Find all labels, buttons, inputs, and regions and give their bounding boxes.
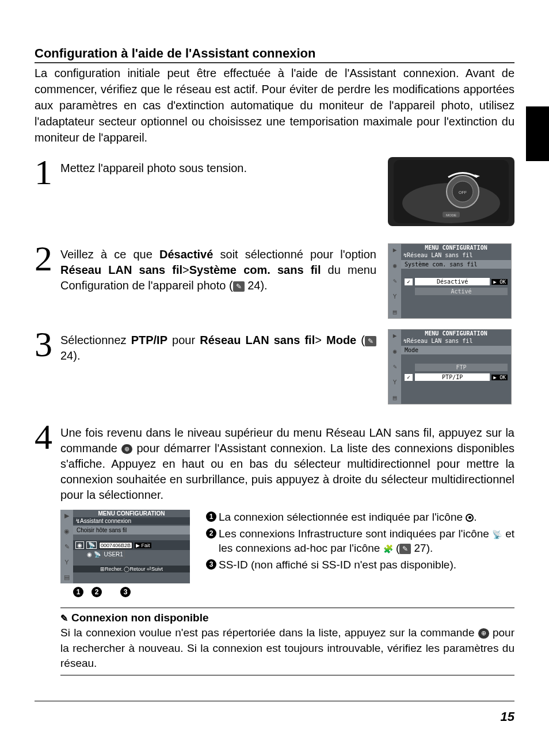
wrench-icon: Y xyxy=(64,559,68,566)
play-icon: ▶ xyxy=(393,332,397,339)
camera-icon: ◉ xyxy=(393,348,397,355)
antenna-icon: 📡 xyxy=(492,529,502,539)
step-number-3: 3 xyxy=(35,329,60,360)
target-icon xyxy=(466,514,474,522)
step-3-text: Sélectionnez PTP/IP pour Réseau LAN sans… xyxy=(60,329,382,364)
enter-button-icon: ⊕ xyxy=(121,444,132,454)
play-icon: ▶ xyxy=(393,246,397,254)
camera-screen-desactive: ▶ ◉ ✎ Y ▤ MENU CONFIGURATION ↯Réseau LAN… xyxy=(388,243,512,319)
note-title: Connexion non disponible xyxy=(71,612,209,624)
card-icon: ▤ xyxy=(393,308,397,316)
step-number-4: 4 xyxy=(35,422,60,452)
step-number-2: 2 xyxy=(35,243,60,274)
page-ref-icon: ✎ xyxy=(399,544,411,554)
step-2-text: Veillez à ce que Désactivé soit sélectio… xyxy=(60,243,382,293)
note-box: ✎ Connexion non disponible Si la connexi… xyxy=(60,608,514,675)
camera-icon: ◉ xyxy=(393,262,397,269)
card-icon: ▤ xyxy=(393,394,397,402)
svg-text:OFF: OFF xyxy=(459,190,467,194)
wrench-icon: Y xyxy=(393,293,397,300)
intro-paragraph: La configuration initiale peut être effe… xyxy=(35,65,514,146)
annotation-list: 1La connexion sélectionnée est indiquée … xyxy=(206,510,514,597)
camera-illustration: OFF MODE xyxy=(388,157,514,226)
camera-icon: ◉ xyxy=(64,528,70,535)
pencil-icon: ✎ xyxy=(64,543,70,551)
step-4-text: Une fois revenu dans le niveau supérieur… xyxy=(60,422,514,503)
step-1-text: Mettez l'appareil photo sous tension. xyxy=(60,157,382,176)
svg-text:MODE: MODE xyxy=(446,213,456,217)
page-ref-icon: ✎ xyxy=(365,336,376,346)
annotation-badge-2: 2 xyxy=(92,587,102,597)
pencil-icon: ✎ xyxy=(60,613,68,624)
section-title: Configuration à l'aide de l'Assistant co… xyxy=(35,46,514,63)
adhoc-icon: 🧩 xyxy=(383,544,393,553)
step-number-1: 1 xyxy=(35,157,60,188)
side-tab xyxy=(526,106,549,161)
annotation-badge-1: 1 xyxy=(73,587,83,597)
pencil-icon: ✎ xyxy=(393,363,397,371)
play-icon: ▶ xyxy=(64,512,69,520)
wrench-icon: Y xyxy=(393,379,397,386)
camera-screen-mode: ▶ ◉ ✎ Y ▤ MENU CONFIGURATION ↯Réseau LAN… xyxy=(388,329,512,404)
page-number: 15 xyxy=(501,709,514,724)
page-ref-icon: ✎ xyxy=(233,281,245,292)
annotation-badge-3: 3 xyxy=(120,587,131,597)
enter-button-icon: ⊕ xyxy=(478,628,489,638)
card-icon: ▤ xyxy=(64,574,70,581)
note-body: Si la connexion voulue n'est pas réperto… xyxy=(60,625,514,671)
camera-screen-hostlist: ▶ ◉ ✎ Y ▤ MENU CONFIGURATION ↯Assistant … xyxy=(60,510,190,583)
pencil-icon: ✎ xyxy=(393,277,397,285)
